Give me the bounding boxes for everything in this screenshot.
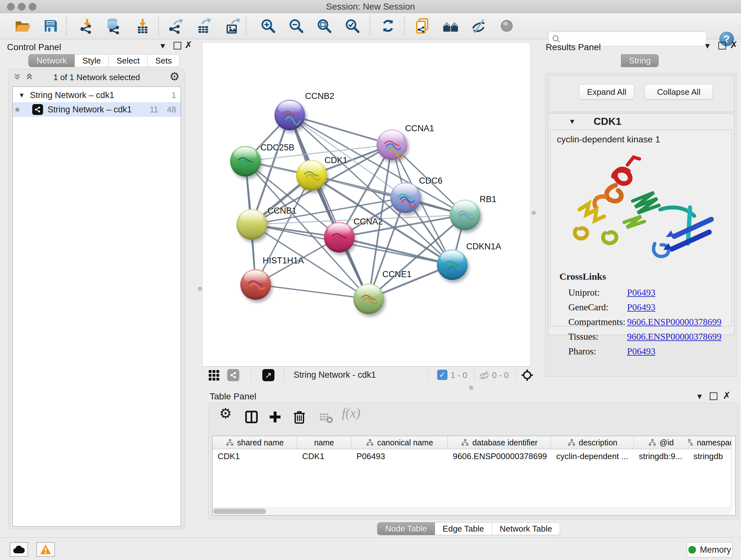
protein-structure-image	[564, 148, 718, 269]
selected-checkbox-icon[interactable]: ✓	[437, 370, 448, 380]
first-neighbors-icon[interactable]	[442, 17, 459, 34]
panel-close-icon[interactable]: ✗	[730, 39, 738, 51]
refresh-icon[interactable]	[380, 17, 396, 34]
expand-all-button[interactable]: Expand All	[579, 84, 634, 100]
column-header-shared-name[interactable]: shared name	[212, 436, 297, 449]
import-table-from-file-icon[interactable]	[134, 17, 151, 34]
table-cell[interactable]: CDK1	[297, 449, 351, 463]
column-header--id[interactable]: @id	[634, 436, 688, 449]
node-hist1h1a[interactable]	[240, 269, 271, 300]
network-options-gear-icon[interactable]: ⚙	[170, 70, 180, 83]
panel-maximize-icon[interactable]	[718, 42, 726, 50]
network-overview-icon[interactable]	[227, 369, 239, 381]
export-image-icon[interactable]	[224, 17, 241, 34]
show-all-icon[interactable]	[498, 17, 515, 34]
table-vertical-scrollbar[interactable]	[731, 436, 735, 508]
warnings-button[interactable]	[37, 542, 55, 557]
table-cell[interactable]: cyclin-dependent ...	[551, 449, 634, 463]
gene-collapse-caret-icon[interactable]: ▼	[569, 118, 576, 126]
zoom-out-icon[interactable]	[288, 17, 305, 34]
delete-column-trash-icon[interactable]	[292, 410, 307, 424]
open-session-icon[interactable]	[14, 17, 30, 34]
table-cell[interactable]: stringdb	[688, 449, 735, 463]
control-panel: Control Panel ▼ ✗ NetworkStyleSelectSets…	[4, 41, 189, 530]
zoom-fit-icon[interactable]	[316, 17, 333, 34]
right-splitter-handle[interactable]	[532, 211, 536, 215]
node-ccna1[interactable]	[377, 129, 407, 160]
panel-maximize-icon[interactable]	[174, 42, 181, 50]
node-ccnb1[interactable]	[237, 209, 267, 240]
crosslink-value[interactable]: P06493	[627, 302, 656, 313]
table-horizontal-scrollbar[interactable]	[212, 507, 731, 515]
tab-edge-table[interactable]: Edge Table	[435, 522, 492, 535]
column-header-namespace[interactable]: namespace	[688, 436, 735, 449]
tab-node-table[interactable]: Node Table	[377, 522, 435, 535]
crosslink-label: Pharos:	[568, 346, 627, 357]
panel-float-icon[interactable]: ▼	[704, 42, 711, 51]
column-label: canonical name	[377, 438, 433, 447]
birdseye-grid-icon[interactable]	[209, 370, 219, 381]
collapse-all-button[interactable]: Collapse All	[645, 84, 713, 100]
table-cell[interactable]: CDK1	[212, 449, 297, 463]
hide-selected-icon[interactable]	[470, 17, 487, 34]
panel-float-icon[interactable]: ▼	[696, 392, 703, 401]
node-rb1[interactable]	[450, 199, 480, 230]
node-cdk1[interactable]	[296, 160, 327, 191]
fit-content-crosshair-icon[interactable]	[521, 369, 534, 381]
toolbar-separator	[66, 16, 67, 36]
clone-network-icon[interactable]	[414, 17, 431, 34]
crosslink-value[interactable]: 9606.ENSP00000378699	[627, 317, 722, 327]
warning-icon	[40, 544, 52, 555]
detach-view-icon[interactable]: ↗	[262, 369, 274, 381]
save-session-icon[interactable]	[42, 17, 59, 34]
node-ccna2[interactable]	[324, 222, 354, 253]
node-cdc6[interactable]	[390, 182, 421, 213]
column-header-name[interactable]: name	[297, 436, 351, 449]
column-label: shared name	[237, 438, 284, 447]
table-options-gear-icon[interactable]: ⚙	[219, 405, 232, 422]
tab-sets[interactable]: Sets	[147, 54, 180, 67]
table-row[interactable]: CDK1CDK1P064939606.ENSP00000378699cyclin…	[212, 449, 735, 463]
import-network-from-file-icon[interactable]	[78, 17, 95, 34]
tab-style[interactable]: Style	[75, 54, 109, 67]
tab-string[interactable]: String	[621, 54, 659, 67]
delete-table-icon	[319, 410, 333, 424]
crosslink-value[interactable]: 9606.ENSP00000378699	[627, 331, 722, 342]
node-ccnb2[interactable]	[274, 100, 305, 130]
protein-ribbon-icon	[230, 146, 261, 177]
tab-select[interactable]: Select	[109, 54, 147, 67]
table-cell[interactable]: stringdb:9...	[634, 449, 688, 463]
panel-close-icon[interactable]: ✗	[723, 390, 731, 401]
network-row-selected[interactable]: String Network – cdk1 11 48	[13, 102, 181, 117]
network-canvas[interactable]: CCNB2CCNA1CDC25BCDK1CDC6RB1CCNB1CCNA2CDK…	[202, 43, 530, 367]
cloud-status-button[interactable]	[10, 542, 28, 557]
crosslink-value[interactable]: P06493	[627, 287, 656, 298]
left-splitter-handle[interactable]	[198, 287, 202, 291]
table-cell[interactable]: P06493	[351, 449, 448, 463]
column-header-database-identifier[interactable]: database identifier	[448, 436, 551, 449]
node-ccne1[interactable]	[353, 284, 384, 314]
memory-button[interactable]: Memory	[687, 542, 733, 557]
network-collection-row[interactable]: ▼ String Network – cdk1 1	[13, 88, 181, 102]
scrollbar-thumb[interactable]	[213, 509, 266, 514]
zoom-selected-icon[interactable]	[344, 17, 360, 34]
export-network-icon[interactable]	[167, 17, 184, 34]
tree-expand-caret-icon[interactable]: ▼	[18, 91, 25, 99]
node-cdc25b[interactable]	[230, 146, 261, 177]
show-columns-icon[interactable]	[244, 410, 259, 424]
crosslink-value[interactable]: P06493	[627, 346, 656, 357]
column-header-canonical-name[interactable]: canonical name	[351, 436, 448, 449]
tab-network-table[interactable]: Network Table	[492, 522, 560, 535]
crosslink-label: Tissues:	[568, 331, 627, 342]
zoom-in-icon[interactable]	[260, 17, 276, 34]
import-network-from-database-icon[interactable]	[105, 17, 122, 34]
panel-close-icon[interactable]: ✗	[185, 39, 192, 51]
create-column-plus-icon[interactable]	[268, 410, 282, 424]
tab-network[interactable]: Network	[28, 54, 75, 67]
column-header-description[interactable]: description	[551, 436, 634, 449]
panel-float-icon[interactable]: ▼	[159, 42, 166, 51]
export-table-icon[interactable]	[195, 17, 212, 34]
table-cell[interactable]: 9606.ENSP00000378699	[448, 449, 551, 463]
panel-maximize-icon[interactable]	[710, 392, 718, 400]
node-cdkn1a[interactable]	[437, 249, 468, 280]
